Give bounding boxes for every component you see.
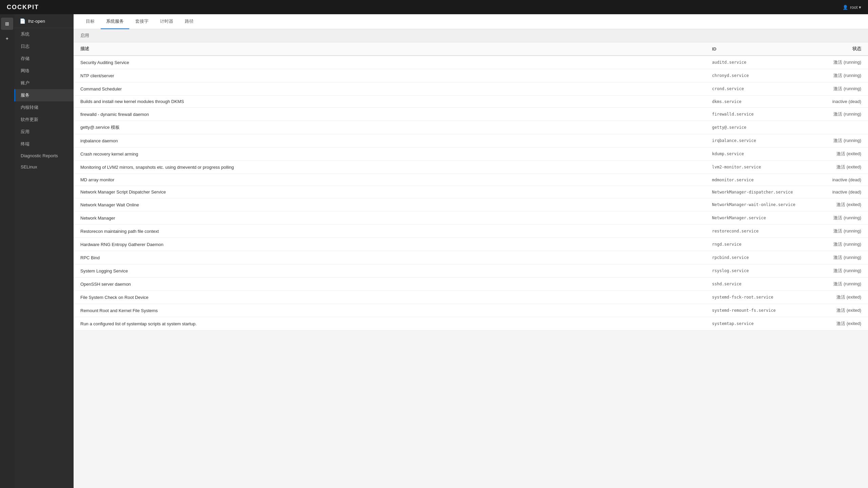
- service-desc: RPC Bind: [74, 251, 705, 264]
- sidebar-item-logs[interactable]: 日志: [14, 40, 74, 53]
- col-header-status: 状态: [807, 42, 868, 56]
- sidebar-item-accounts[interactable]: 账户: [14, 77, 74, 89]
- service-status: 激活 (running): [807, 238, 868, 251]
- service-id: kdump.service: [705, 147, 807, 161]
- tab-paths[interactable]: 路径: [179, 14, 199, 29]
- service-status: 激活 (running): [807, 251, 868, 264]
- table-row[interactable]: RPC Bindrpcbind.service激活 (running): [74, 251, 868, 264]
- sidebar-item-system[interactable]: 系统: [14, 28, 74, 40]
- tab-bar: 目标 系统服务 套接字 计时器 路径: [74, 14, 868, 29]
- service-desc: getty@.service 模板: [74, 121, 705, 134]
- user-label: root ▾: [850, 5, 861, 10]
- topbar: COCKPIT 👤 root ▾: [0, 0, 868, 14]
- service-id: dkms.service: [705, 96, 807, 108]
- service-status: 激活 (running): [807, 134, 868, 147]
- tab-system-services[interactable]: 系统服务: [101, 14, 129, 29]
- tab-targets[interactable]: 目标: [80, 14, 100, 29]
- table-header-row: 描述 ID 状态: [74, 42, 868, 56]
- col-header-desc: 描述: [74, 42, 705, 56]
- service-desc: Monitoring of LVM2 mirrors, snapshots et…: [74, 161, 705, 174]
- service-id: firewalld.service: [705, 108, 807, 121]
- table-row[interactable]: Network Manager Wait OnlineNetworkManage…: [74, 198, 868, 211]
- apps-icon-button[interactable]: ✦: [1, 33, 13, 45]
- service-desc: Security Auditing Service: [74, 56, 705, 69]
- service-status: [807, 121, 868, 134]
- service-id: crond.service: [705, 82, 807, 96]
- service-status: 激活 (running): [807, 56, 868, 69]
- table-row[interactable]: Remount Root and Kernel File Systemssyst…: [74, 304, 868, 317]
- sidebar-host[interactable]: 📄 lhz-open: [14, 14, 74, 28]
- sidebar-item-network[interactable]: 网络: [14, 65, 74, 77]
- sidebar-host-name: lhz-open: [28, 19, 45, 24]
- table-row[interactable]: Run a configured list of systemtap scrip…: [74, 317, 868, 330]
- tab-timers[interactable]: 计时器: [155, 14, 179, 29]
- sidebar-item-software-updates[interactable]: 软件更新: [14, 114, 74, 126]
- service-desc: Command Scheduler: [74, 82, 705, 96]
- section-header-enabled: 启用: [74, 29, 868, 42]
- table-row[interactable]: Command Schedulercrond.service激活 (runnin…: [74, 82, 868, 96]
- user-menu[interactable]: 👤 root ▾: [843, 5, 861, 10]
- table-row[interactable]: Restorecon maintaining path file context…: [74, 225, 868, 238]
- service-status: 激活 (exited): [807, 161, 868, 174]
- brand-logo: COCKPIT: [7, 4, 39, 11]
- sidebar-item-terminal[interactable]: 终端: [14, 138, 74, 150]
- tab-sockets[interactable]: 套接字: [130, 14, 154, 29]
- service-id: systemd-fsck-root.service: [705, 291, 807, 304]
- service-desc: OpenSSH server daemon: [74, 278, 705, 291]
- service-desc: Hardware RNG Entropy Gatherer Daemon: [74, 238, 705, 251]
- service-status: 激活 (exited): [807, 317, 868, 330]
- table-row[interactable]: System Logging Servicersyslog.service激活 …: [74, 264, 868, 278]
- table-row[interactable]: File System Check on Root Devicesystemd-…: [74, 291, 868, 304]
- service-status: 激活 (running): [807, 278, 868, 291]
- sidebar-item-storage[interactable]: 存储: [14, 53, 74, 65]
- service-status: 激活 (running): [807, 82, 868, 96]
- table-row[interactable]: Security Auditing Serviceauditd.service激…: [74, 56, 868, 69]
- service-id: NetworkManager-wait-online.service: [705, 198, 807, 211]
- service-id: NetworkManager.service: [705, 211, 807, 225]
- service-status: inactive (dead): [807, 96, 868, 108]
- service-table: 描述 ID 状态 Security Auditing Serviceauditd…: [74, 42, 868, 330]
- service-status: 激活 (running): [807, 69, 868, 82]
- table-row[interactable]: OpenSSH server daemonsshd.service激活 (run…: [74, 278, 868, 291]
- table-row[interactable]: firewalld - dynamic firewall daemonfirew…: [74, 108, 868, 121]
- service-status: 激活 (running): [807, 264, 868, 278]
- service-status: 激活 (running): [807, 225, 868, 238]
- sidebar-item-apps[interactable]: 应用: [14, 126, 74, 138]
- sidebar-item-kernel-dump[interactable]: 内核转储: [14, 101, 74, 114]
- service-status: inactive (dead): [807, 174, 868, 186]
- service-desc: Restorecon maintaining path file context: [74, 225, 705, 238]
- sidebar-item-diagnostic-reports[interactable]: Diagnostic Reports: [14, 150, 74, 161]
- service-desc: Remount Root and Kernel File Systems: [74, 304, 705, 317]
- service-desc: Crash recovery kernel arming: [74, 147, 705, 161]
- service-desc: System Logging Service: [74, 264, 705, 278]
- service-status: 激活 (exited): [807, 198, 868, 211]
- table-row[interactable]: irqbalance daemonirqbalance.service激活 (r…: [74, 134, 868, 147]
- service-desc: File System Check on Root Device: [74, 291, 705, 304]
- service-id: irqbalance.service: [705, 134, 807, 147]
- service-status: 激活 (exited): [807, 291, 868, 304]
- service-id: chronyd.service: [705, 69, 807, 82]
- dashboard-icon-button[interactable]: ⊞: [1, 18, 13, 30]
- table-row[interactable]: Network Manager Script Dispatcher Servic…: [74, 186, 868, 198]
- sidebar-item-services[interactable]: 服务: [14, 89, 74, 101]
- table-row[interactable]: NTP client/serverchronyd.service激活 (runn…: [74, 69, 868, 82]
- service-id: lvm2-monitor.service: [705, 161, 807, 174]
- table-row[interactable]: MD array monitormdmonitor.serviceinactiv…: [74, 174, 868, 186]
- table-row[interactable]: getty@.service 模板getty@.service: [74, 121, 868, 134]
- service-status: 激活 (running): [807, 211, 868, 225]
- service-desc: Network Manager Wait Online: [74, 198, 705, 211]
- table-row[interactable]: Network ManagerNetworkManager.service激活 …: [74, 211, 868, 225]
- service-desc: firewalld - dynamic firewall daemon: [74, 108, 705, 121]
- service-id: systemd-remount-fs.service: [705, 304, 807, 317]
- sidebar-icons: ⊞ ✦: [0, 14, 14, 488]
- sidebar-item-selinux[interactable]: SELinux: [14, 161, 74, 172]
- service-id: rngd.service: [705, 238, 807, 251]
- service-status: 激活 (exited): [807, 147, 868, 161]
- service-id: rsyslog.service: [705, 264, 807, 278]
- table-row[interactable]: Builds and install new kernel modules th…: [74, 96, 868, 108]
- table-row[interactable]: Crash recovery kernel armingkdump.servic…: [74, 147, 868, 161]
- table-row[interactable]: Monitoring of LVM2 mirrors, snapshots et…: [74, 161, 868, 174]
- host-icon: 📄: [20, 18, 25, 24]
- table-row[interactable]: Hardware RNG Entropy Gatherer Daemonrngd…: [74, 238, 868, 251]
- service-status: 激活 (running): [807, 108, 868, 121]
